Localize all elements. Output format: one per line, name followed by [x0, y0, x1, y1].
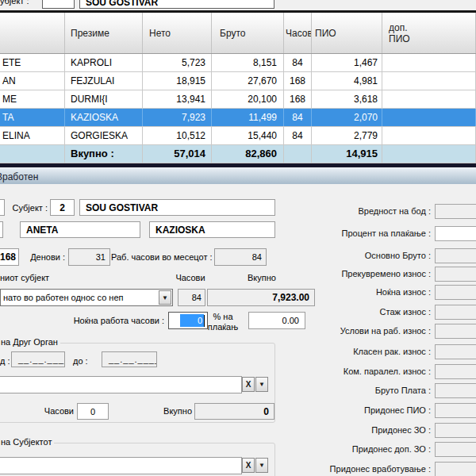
table-row[interactable]: AN FEJZULAI 18,915 27,670 168 4,981	[0, 72, 476, 90]
label-employment-contribution: Придонес вработување :	[262, 464, 431, 474]
cell-firstname: AN	[0, 72, 65, 90]
from-date-field[interactable]: __.__.____	[11, 351, 65, 367]
employment-type-combo[interactable]: нато во работен однос со неп ▼	[0, 289, 173, 306]
clipped-field[interactable]	[0, 199, 5, 216]
top-subject-name-field[interactable]: SOU GOSTIVAR	[79, 0, 274, 9]
cell-surname: KAZIOSKA	[65, 109, 143, 126]
cell-surname: DURMI{I	[65, 90, 143, 108]
cell-firstname: ME	[0, 90, 65, 108]
subject-name-field[interactable]: SOU GOSTIVAR	[79, 199, 275, 216]
cell-pio: 2,070	[312, 109, 382, 126]
top-record-strip: Субјект : SOU GOSTIVAR	[0, 0, 476, 10]
cell-firstname: ETE	[0, 54, 65, 71]
days-label: Денови :	[22, 252, 65, 262]
night-work-label: Ноќна работа часови :	[48, 316, 164, 325]
table-row[interactable]: ELINA GORGIESKA 10,512 15,440 84 2,779	[0, 127, 476, 145]
field-overtime-amount	[435, 267, 476, 282]
table-total-row: Вкупно : 57,014 82,860 14,915	[0, 145, 476, 163]
total-pio: 14,915	[312, 145, 382, 163]
subject-combo[interactable]	[0, 457, 242, 474]
hours-168-field[interactable]: 168	[0, 248, 19, 266]
header-surname[interactable]: Презиме	[65, 13, 143, 53]
label-parallel-amount: Ком. паралел. износ :	[262, 367, 431, 376]
cell-hours: 168	[284, 90, 312, 108]
org-hours-label: Часови	[36, 406, 74, 416]
cell-net: 10,512	[143, 127, 212, 144]
header-dop-line1: доп.	[389, 22, 408, 33]
clear-button[interactable]: X	[242, 458, 255, 473]
header-firstname[interactable]	[0, 13, 65, 53]
clear-button[interactable]: X	[242, 377, 255, 392]
header-net[interactable]: Нето	[143, 13, 212, 53]
clipped-field[interactable]	[0, 221, 3, 238]
to-date-field[interactable]: __.__.____	[102, 351, 157, 367]
field-pay-percent[interactable]	[435, 226, 476, 241]
table-row-selected[interactable]: TA KAZIOSKA 7,923 11,499 84 2,070	[0, 109, 476, 127]
field-employment-contribution	[435, 462, 476, 476]
employee-panel-title: Вработен	[0, 171, 38, 182]
label-base-gross: Основно Бруто :	[262, 251, 431, 260]
cell-hours: 168	[284, 72, 312, 90]
cell-net: 18,915	[143, 72, 212, 90]
label-pio-contribution: Придонес ПИО :	[262, 405, 431, 415]
header-dop-pio[interactable]: доп. ПИО	[382, 13, 476, 53]
org-hours-field[interactable]: 0	[77, 403, 109, 420]
pct-label-line2: плаќањ	[205, 322, 241, 332]
total-net: 57,014	[143, 145, 212, 163]
cell-gross: 20,100	[212, 90, 284, 108]
first-name-field[interactable]: ANETA	[20, 221, 140, 238]
label-dop-zo-contribution: Придонес доп. ЗО :	[262, 444, 431, 454]
label-class-mgmt-amount: Класен рак. износ :	[262, 347, 431, 356]
label-seniority-amount: Стаж износ :	[262, 307, 431, 317]
month-hours-field: 84	[214, 248, 267, 266]
subject-name-value: SOU GOSTIVAR	[86, 202, 158, 213]
label-work-conditions-amount: Услови на раб. износ :	[262, 326, 431, 336]
last-name-field[interactable]: KAZIOSKA	[149, 221, 275, 238]
cell-surname: GORGIESKA	[65, 127, 143, 144]
header-hours[interactable]: Часов	[284, 13, 312, 53]
cell-pio: 4,981	[312, 72, 382, 90]
top-subject-name-value: SOU GOSTIVAR	[86, 0, 158, 8]
employment-hours-value: 84	[192, 293, 202, 302]
cell-net: 13,941	[143, 90, 212, 108]
field-point-value	[435, 204, 476, 219]
field-seniority-amount	[435, 305, 476, 320]
subject-label: Субјект :	[6, 203, 48, 213]
label-night-amount: Ноќна износ :	[262, 287, 431, 297]
combo-dropdown-button[interactable]: ▼	[159, 290, 171, 305]
pct-value: 0.00	[282, 316, 299, 325]
cell-gross: 15,440	[212, 127, 284, 144]
hours-168-value: 168	[0, 251, 16, 263]
label-overtime-amount: Прекувремено износ :	[262, 269, 431, 278]
top-subject-id-field[interactable]	[42, 0, 75, 9]
table-row[interactable]: ETE KAPROLI 5,723 8,151 84 1,467	[0, 54, 476, 72]
night-work-field[interactable]: 0	[168, 312, 208, 329]
field-pio-contribution	[435, 403, 476, 418]
days-value: 31	[96, 252, 106, 262]
header-pio[interactable]: ПИО	[312, 13, 382, 53]
month-hours-value: 84	[252, 252, 262, 262]
cell-dop-pio	[382, 54, 476, 71]
field-class-mgmt-amount	[435, 344, 476, 359]
label-zo-contribution: Придонес ЗО :	[262, 425, 431, 435]
cell-net: 7,923	[143, 109, 212, 126]
other-org-combo[interactable]	[0, 376, 242, 393]
clear-x-label: X	[246, 380, 251, 389]
selected-text-block: 0	[180, 314, 204, 327]
total-gross: 82,860	[212, 145, 284, 163]
top-subject-label: Субјект :	[0, 0, 29, 6]
subject-group-title: на Субјектот	[0, 437, 54, 447]
cell-pio: 3,618	[312, 90, 382, 108]
field-base-gross	[435, 248, 476, 263]
employee-panel-header[interactable]: Вработен	[0, 167, 476, 184]
last-name-value: KAZIOSKA	[155, 225, 205, 236]
field-zo-contribution	[435, 423, 476, 438]
table-row[interactable]: ME DURMI{I 13,941 20,100 168 3,618	[0, 90, 476, 109]
cell-dop-pio	[382, 127, 476, 144]
chevron-down-icon: ▼	[162, 294, 168, 301]
subject-id-field[interactable]: 2	[50, 199, 75, 216]
header-gross[interactable]: Бруто	[212, 13, 284, 53]
label-point-value: Вредност на бод :	[262, 206, 431, 216]
label-gross-salary: Бруто Плата :	[262, 386, 431, 395]
cell-net: 5,723	[143, 54, 212, 71]
